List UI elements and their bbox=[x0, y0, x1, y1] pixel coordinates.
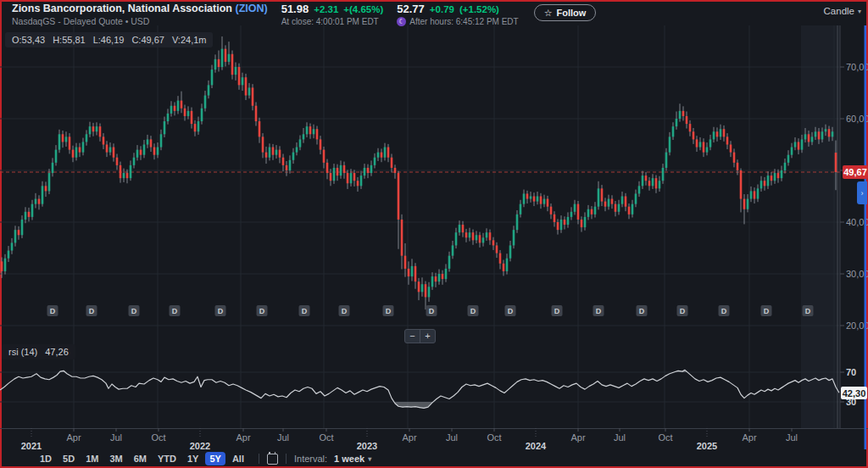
candle bbox=[469, 232, 471, 237]
candle bbox=[364, 168, 366, 176]
candle bbox=[696, 139, 698, 147]
candle bbox=[452, 245, 454, 255]
dividend-markers: DDDDDDDDDDDDDDDDDDD bbox=[47, 305, 814, 316]
candle bbox=[401, 220, 403, 256]
price-chart[interactable]: DDDDDDDDDDDDDDDDDDD70,0060,0050,0040,003… bbox=[0, 0, 868, 468]
chevron-down-icon: ▾ bbox=[368, 455, 371, 463]
range-button-1D[interactable]: 1D bbox=[36, 452, 56, 465]
candle bbox=[316, 129, 319, 139]
candle bbox=[750, 191, 753, 198]
candle bbox=[313, 129, 315, 134]
zoom-out-button[interactable]: − bbox=[405, 330, 420, 343]
svg-text:D: D bbox=[50, 307, 56, 315]
axis-collapse-handle[interactable]: › bbox=[857, 181, 867, 204]
candle bbox=[584, 217, 587, 227]
candle bbox=[564, 220, 566, 225]
candle bbox=[143, 145, 146, 155]
candle bbox=[604, 202, 607, 207]
time-axis[interactable]: AprJulOctAprJulOctAprJulOctAprJulOctAprJ… bbox=[21, 428, 798, 451]
candle bbox=[567, 217, 570, 225]
candle bbox=[103, 136, 105, 144]
candle bbox=[801, 139, 804, 149]
candle bbox=[326, 163, 329, 173]
calendar-icon[interactable] bbox=[267, 454, 278, 465]
interval-dropdown[interactable]: 1 week ▾ bbox=[334, 454, 371, 464]
range-button-5D[interactable]: 5D bbox=[58, 452, 79, 465]
toolbar-divider bbox=[259, 454, 259, 464]
candle bbox=[21, 220, 24, 235]
rsi-readout[interactable]: rsi (14) 47,26 bbox=[2, 344, 75, 359]
svg-text:D: D bbox=[342, 307, 348, 315]
price-axis[interactable]: 70,0060,0050,0040,0030,0020,007030 bbox=[840, 62, 868, 407]
candle bbox=[706, 148, 709, 153]
range-button-All[interactable]: All bbox=[228, 452, 248, 465]
candle bbox=[455, 232, 458, 245]
svg-text:D: D bbox=[680, 307, 686, 315]
candle bbox=[804, 134, 807, 139]
candle bbox=[4, 259, 7, 271]
candle bbox=[99, 126, 102, 136]
candle bbox=[218, 59, 220, 67]
candle bbox=[333, 168, 336, 181]
svg-text:D: D bbox=[218, 307, 224, 315]
candle bbox=[370, 165, 373, 173]
candle bbox=[608, 199, 610, 207]
range-button-1Y[interactable]: 1Y bbox=[183, 452, 203, 465]
after-hours-price: 52.77 bbox=[397, 3, 425, 15]
candle bbox=[537, 197, 539, 202]
candle bbox=[96, 126, 98, 131]
right-scroll-strip[interactable] bbox=[865, 25, 867, 449]
range-button-YTD[interactable]: YTD bbox=[153, 452, 181, 465]
range-button-5Y[interactable]: 5Y bbox=[205, 452, 225, 465]
x-axis-month-label: Jul bbox=[446, 432, 458, 443]
candle bbox=[323, 150, 326, 163]
candle bbox=[126, 173, 129, 178]
candle bbox=[167, 114, 170, 121]
candle bbox=[570, 212, 573, 217]
candle bbox=[272, 148, 275, 155]
candle bbox=[343, 165, 346, 173]
candle bbox=[25, 212, 27, 220]
candle bbox=[296, 148, 298, 153]
candle bbox=[109, 148, 112, 153]
candle bbox=[357, 181, 359, 186]
candle bbox=[377, 153, 380, 158]
follow-button[interactable]: ☆ Follow bbox=[534, 4, 597, 21]
candle bbox=[204, 96, 207, 109]
candle bbox=[577, 204, 580, 220]
candle bbox=[8, 251, 10, 259]
candle bbox=[703, 142, 705, 152]
candle bbox=[662, 168, 665, 181]
candle bbox=[774, 173, 776, 181]
range-button-3M[interactable]: 3M bbox=[105, 452, 126, 465]
candle bbox=[520, 204, 522, 214]
zoom-in-button[interactable]: + bbox=[420, 330, 435, 343]
range-button-6M[interactable]: 6M bbox=[130, 452, 151, 465]
svg-text:D: D bbox=[596, 307, 602, 315]
candle bbox=[242, 77, 244, 85]
svg-text:D: D bbox=[259, 307, 265, 315]
after-hours-change-pct: (+1.52%) bbox=[459, 4, 499, 14]
candle bbox=[740, 170, 743, 199]
candle bbox=[713, 131, 715, 139]
candle bbox=[526, 193, 529, 198]
candle bbox=[459, 225, 461, 232]
candle bbox=[1, 261, 3, 271]
candle bbox=[682, 111, 685, 116]
candle bbox=[187, 111, 190, 116]
svg-text:D: D bbox=[805, 307, 811, 315]
candles bbox=[1, 36, 837, 309]
candle bbox=[632, 204, 634, 214]
candle bbox=[771, 176, 773, 181]
candle bbox=[648, 181, 651, 186]
title-block: Zions Bancorporation, National Associati… bbox=[12, 3, 268, 26]
candle bbox=[238, 67, 241, 85]
candle bbox=[235, 67, 237, 75]
svg-text:D: D bbox=[302, 307, 308, 315]
range-button-1M[interactable]: 1M bbox=[81, 452, 103, 465]
candle bbox=[798, 142, 800, 149]
x-axis-month-label: Apr bbox=[66, 432, 81, 443]
candle bbox=[350, 173, 353, 183]
candle bbox=[509, 245, 512, 258]
chart-type-dropdown[interactable]: Candle ▾ bbox=[824, 6, 861, 16]
